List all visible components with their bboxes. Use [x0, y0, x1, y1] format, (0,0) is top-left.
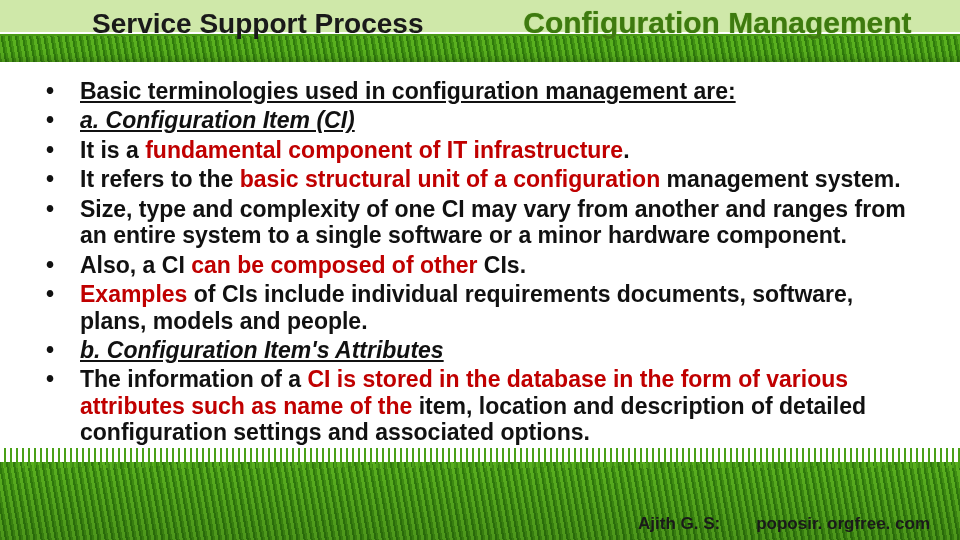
list-item: a. Configuration Item (CI) — [34, 107, 926, 133]
bullet-text: b. Configuration Item's Attributes — [80, 337, 444, 363]
list-item: It is a fundamental component of IT infr… — [34, 137, 926, 163]
bullet-text-a: The information of a — [80, 366, 307, 392]
bullet-text-red: fundamental component of IT infrastructu… — [145, 137, 623, 163]
list-item: It refers to the basic structural unit o… — [34, 166, 926, 192]
bullet-text-c: of CIs include individual requirements d… — [80, 281, 853, 333]
footer-author: Ajith G. S: — [638, 514, 720, 534]
bullet-text-a: Also, a CI — [80, 252, 191, 278]
bullet-text: a. Configuration Item (CI) — [80, 107, 355, 133]
list-item: Size, type and complexity of one CI may … — [34, 196, 926, 249]
list-item: b. Configuration Item's Attributes — [34, 337, 926, 363]
bullet-text: Basic terminologies used in configuratio… — [80, 78, 736, 104]
footer: Ajith G. S: poposir. orgfree. com — [638, 514, 930, 534]
list-item: Basic terminologies used in configuratio… — [34, 78, 926, 104]
bullet-text-c: CIs. — [484, 252, 526, 278]
header-left-title: Service Support Process — [26, 4, 523, 40]
bullet-text-red: Examples — [80, 281, 194, 307]
bullet-text: Size, type and complexity of one CI may … — [80, 196, 906, 248]
list-item: Also, a CI can be composed of other CIs. — [34, 252, 926, 278]
slide: Service Support Process Configuration Ma… — [0, 0, 960, 540]
header-bar: Service Support Process Configuration Ma… — [0, 0, 960, 62]
bullet-text-red: basic structural unit of a configuration — [240, 166, 667, 192]
header-right-title: Configuration Management — [523, 4, 934, 40]
list-item: The information of a CI is stored in the… — [34, 366, 926, 445]
footer-site: poposir. orgfree. com — [756, 514, 930, 534]
bullet-text-c: management system. — [667, 166, 901, 192]
bullet-text-red: can be composed of other — [191, 252, 484, 278]
bullet-text-a: It is a — [80, 137, 145, 163]
bullet-list: Basic terminologies used in configuratio… — [34, 78, 926, 446]
content-area: Basic terminologies used in configuratio… — [34, 78, 926, 450]
bullet-text-a: It refers to the — [80, 166, 240, 192]
bullet-text-c: . — [623, 137, 629, 163]
list-item: Examples of CIs include individual requi… — [34, 281, 926, 334]
